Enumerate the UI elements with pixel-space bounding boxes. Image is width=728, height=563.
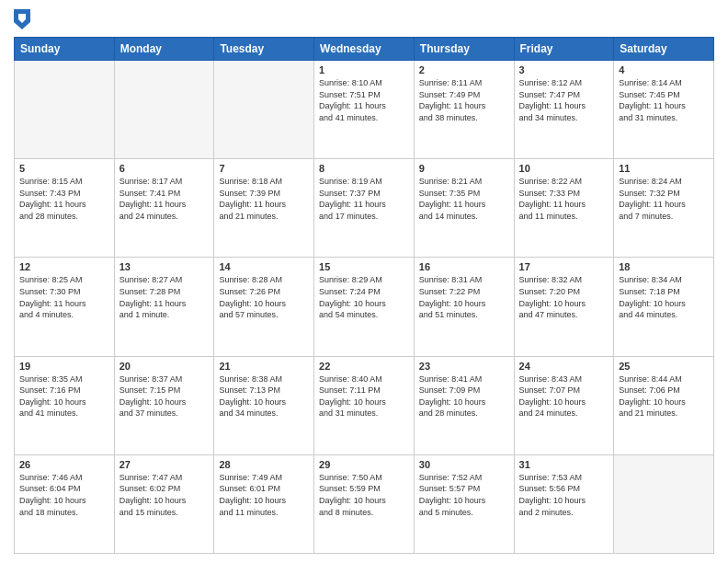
day-info: Sunrise: 8:29 AMSunset: 7:24 PMDaylight:…: [319, 274, 409, 320]
calendar-cell: [614, 454, 714, 553]
weekday-header-thursday: Thursday: [414, 38, 514, 61]
weekday-header-saturday: Saturday: [614, 38, 714, 61]
calendar-cell: 17Sunrise: 8:32 AMSunset: 7:20 PMDayligh…: [514, 258, 614, 356]
day-info: Sunrise: 7:49 AMSunset: 6:01 PMDaylight:…: [219, 472, 309, 518]
day-info: Sunrise: 8:18 AMSunset: 7:39 PMDaylight:…: [219, 176, 309, 222]
calendar-cell: 12Sunrise: 8:25 AMSunset: 7:30 PMDayligh…: [15, 258, 115, 356]
calendar-cell: 25Sunrise: 8:44 AMSunset: 7:06 PMDayligh…: [614, 356, 714, 454]
day-number: 17: [519, 261, 609, 272]
day-number: 18: [619, 261, 709, 272]
day-info: Sunrise: 8:38 AMSunset: 7:13 PMDaylight:…: [219, 373, 309, 419]
day-number: 7: [219, 163, 309, 174]
calendar-cell: 28Sunrise: 7:49 AMSunset: 6:01 PMDayligh…: [214, 454, 314, 553]
day-info: Sunrise: 8:14 AMSunset: 7:45 PMDaylight:…: [619, 77, 709, 123]
week-row-1: 1Sunrise: 8:10 AMSunset: 7:51 PMDaylight…: [15, 61, 714, 159]
day-info: Sunrise: 7:53 AMSunset: 5:56 PMDaylight:…: [519, 472, 609, 518]
day-info: Sunrise: 8:10 AMSunset: 7:51 PMDaylight:…: [319, 77, 409, 123]
logo: [14, 9, 34, 29]
calendar-cell: [15, 61, 115, 159]
calendar-cell: 30Sunrise: 7:52 AMSunset: 5:57 PMDayligh…: [414, 454, 514, 553]
week-row-3: 12Sunrise: 8:25 AMSunset: 7:30 PMDayligh…: [15, 258, 714, 356]
day-info: Sunrise: 8:34 AMSunset: 7:18 PMDaylight:…: [619, 274, 709, 320]
calendar-cell: 20Sunrise: 8:37 AMSunset: 7:15 PMDayligh…: [114, 356, 214, 454]
week-row-2: 5Sunrise: 8:15 AMSunset: 7:43 PMDaylight…: [15, 159, 714, 258]
calendar-cell: [114, 61, 214, 159]
calendar-cell: 19Sunrise: 8:35 AMSunset: 7:16 PMDayligh…: [15, 356, 115, 454]
day-number: 21: [219, 361, 309, 372]
calendar-cell: 11Sunrise: 8:24 AMSunset: 7:32 PMDayligh…: [614, 159, 714, 258]
calendar-cell: [214, 61, 314, 159]
day-info: Sunrise: 8:24 AMSunset: 7:32 PMDaylight:…: [619, 176, 709, 222]
day-number: 11: [619, 163, 709, 174]
day-info: Sunrise: 8:31 AMSunset: 7:22 PMDaylight:…: [419, 274, 509, 320]
day-number: 4: [619, 64, 709, 75]
calendar-cell: 18Sunrise: 8:34 AMSunset: 7:18 PMDayligh…: [614, 258, 714, 356]
day-info: Sunrise: 8:43 AMSunset: 7:07 PMDaylight:…: [519, 373, 609, 419]
day-info: Sunrise: 8:12 AMSunset: 7:47 PMDaylight:…: [519, 77, 609, 123]
calendar-cell: 15Sunrise: 8:29 AMSunset: 7:24 PMDayligh…: [314, 258, 415, 356]
weekday-header-monday: Monday: [114, 38, 214, 61]
day-info: Sunrise: 8:25 AMSunset: 7:30 PMDaylight:…: [19, 274, 109, 320]
day-number: 28: [219, 459, 309, 470]
day-info: Sunrise: 8:22 AMSunset: 7:33 PMDaylight:…: [519, 176, 609, 222]
day-info: Sunrise: 8:35 AMSunset: 7:16 PMDaylight:…: [19, 373, 109, 419]
day-info: Sunrise: 8:11 AMSunset: 7:49 PMDaylight:…: [419, 77, 509, 123]
day-number: 13: [119, 261, 210, 272]
day-info: Sunrise: 8:27 AMSunset: 7:28 PMDaylight:…: [119, 274, 210, 320]
day-info: Sunrise: 8:17 AMSunset: 7:41 PMDaylight:…: [119, 176, 210, 222]
calendar-cell: 3Sunrise: 8:12 AMSunset: 7:47 PMDaylight…: [514, 61, 614, 159]
calendar-cell: 16Sunrise: 8:31 AMSunset: 7:22 PMDayligh…: [414, 258, 514, 356]
day-info: Sunrise: 8:19 AMSunset: 7:37 PMDaylight:…: [319, 176, 409, 222]
calendar-cell: 14Sunrise: 8:28 AMSunset: 7:26 PMDayligh…: [214, 258, 314, 356]
day-number: 6: [119, 163, 210, 174]
calendar-cell: 6Sunrise: 8:17 AMSunset: 7:41 PMDaylight…: [114, 159, 214, 258]
day-number: 8: [319, 163, 409, 174]
calendar-cell: 2Sunrise: 8:11 AMSunset: 7:49 PMDaylight…: [414, 61, 514, 159]
week-row-4: 19Sunrise: 8:35 AMSunset: 7:16 PMDayligh…: [15, 356, 714, 454]
day-info: Sunrise: 7:46 AMSunset: 6:04 PMDaylight:…: [19, 472, 109, 518]
day-number: 25: [619, 361, 709, 372]
calendar-cell: 22Sunrise: 8:40 AMSunset: 7:11 PMDayligh…: [314, 356, 415, 454]
weekday-header-friday: Friday: [514, 38, 614, 61]
calendar-cell: 23Sunrise: 8:41 AMSunset: 7:09 PMDayligh…: [414, 356, 514, 454]
weekday-header-tuesday: Tuesday: [214, 38, 314, 61]
day-info: Sunrise: 8:37 AMSunset: 7:15 PMDaylight:…: [119, 373, 210, 419]
day-number: 23: [419, 361, 509, 372]
day-number: 5: [19, 163, 109, 174]
day-number: 31: [519, 459, 609, 470]
calendar-cell: 26Sunrise: 7:46 AMSunset: 6:04 PMDayligh…: [15, 454, 115, 553]
calendar-cell: 27Sunrise: 7:47 AMSunset: 6:02 PMDayligh…: [114, 454, 214, 553]
calendar-cell: 7Sunrise: 8:18 AMSunset: 7:39 PMDaylight…: [214, 159, 314, 258]
day-number: 30: [419, 459, 509, 470]
day-number: 2: [419, 64, 509, 75]
day-info: Sunrise: 7:47 AMSunset: 6:02 PMDaylight:…: [119, 472, 210, 518]
calendar-cell: 4Sunrise: 8:14 AMSunset: 7:45 PMDaylight…: [614, 61, 714, 159]
day-info: Sunrise: 8:21 AMSunset: 7:35 PMDaylight:…: [419, 176, 509, 222]
calendar-cell: 31Sunrise: 7:53 AMSunset: 5:56 PMDayligh…: [514, 454, 614, 553]
day-info: Sunrise: 8:15 AMSunset: 7:43 PMDaylight:…: [19, 176, 109, 222]
weekday-header-row: SundayMondayTuesdayWednesdayThursdayFrid…: [15, 38, 714, 61]
day-info: Sunrise: 7:52 AMSunset: 5:57 PMDaylight:…: [419, 472, 509, 518]
calendar-cell: 21Sunrise: 8:38 AMSunset: 7:13 PMDayligh…: [214, 356, 314, 454]
calendar-cell: 1Sunrise: 8:10 AMSunset: 7:51 PMDaylight…: [314, 61, 415, 159]
calendar-cell: 13Sunrise: 8:27 AMSunset: 7:28 PMDayligh…: [114, 258, 214, 356]
day-number: 22: [319, 361, 409, 372]
day-info: Sunrise: 8:32 AMSunset: 7:20 PMDaylight:…: [519, 274, 609, 320]
day-number: 24: [519, 361, 609, 372]
day-number: 20: [119, 361, 210, 372]
day-number: 10: [519, 163, 609, 174]
calendar-cell: 9Sunrise: 8:21 AMSunset: 7:35 PMDaylight…: [414, 159, 514, 258]
day-info: Sunrise: 8:44 AMSunset: 7:06 PMDaylight:…: [619, 373, 709, 419]
day-number: 27: [119, 459, 210, 470]
calendar-cell: 5Sunrise: 8:15 AMSunset: 7:43 PMDaylight…: [15, 159, 115, 258]
logo-icon: [14, 9, 30, 29]
day-number: 12: [19, 261, 109, 272]
calendar-cell: 24Sunrise: 8:43 AMSunset: 7:07 PMDayligh…: [514, 356, 614, 454]
day-number: 1: [319, 64, 409, 75]
calendar-table: SundayMondayTuesdayWednesdayThursdayFrid…: [14, 37, 714, 554]
calendar-cell: 10Sunrise: 8:22 AMSunset: 7:33 PMDayligh…: [514, 159, 614, 258]
day-number: 19: [19, 361, 109, 372]
day-info: Sunrise: 7:50 AMSunset: 5:59 PMDaylight:…: [319, 472, 409, 518]
day-number: 29: [319, 459, 409, 470]
day-number: 16: [419, 261, 509, 272]
